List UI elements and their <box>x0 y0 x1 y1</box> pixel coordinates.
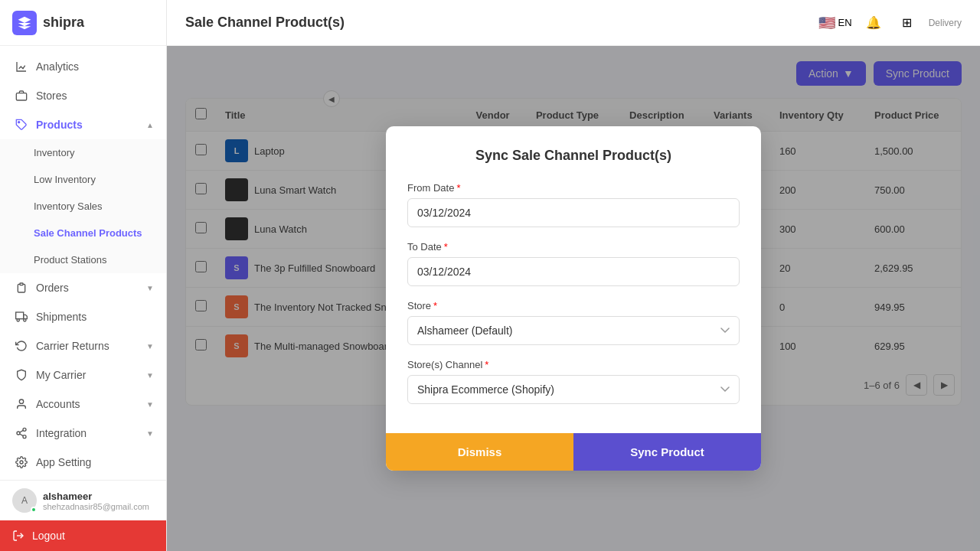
store-group: Store * Alshameer (Default) <box>407 300 740 345</box>
svg-point-8 <box>17 432 20 435</box>
sidebar-item-carrier-returns[interactable]: Carrier Returns ▼ <box>0 331 166 360</box>
sidebar-item-my-carrier[interactable]: My Carrier ▼ <box>0 360 166 390</box>
sidebar-item-analytics-label: Analytics <box>36 60 154 73</box>
svg-point-9 <box>23 435 26 439</box>
sidebar-item-app-setting-label: App Setting <box>36 456 154 468</box>
notifications-button[interactable]: 🔔 <box>861 11 886 35</box>
store-select[interactable]: Alshameer (Default) <box>407 316 740 345</box>
sidebar-item-orders-label: Orders <box>36 282 139 294</box>
app-setting-icon <box>15 455 28 469</box>
shipments-icon <box>15 310 28 324</box>
to-date-group: To Date * <box>407 241 740 286</box>
analytics-icon <box>15 60 28 73</box>
sidebar-item-low-inventory-label: Low Inventory <box>34 174 154 185</box>
dismiss-button[interactable]: Dismiss <box>386 433 573 471</box>
sidebar-item-stores-label: Stores <box>36 90 154 102</box>
sidebar-item-sale-channel-products-label: Sale Channel Products <box>34 227 154 239</box>
sidebar-item-inventory-label: Inventory <box>34 147 154 158</box>
topbar: Sale Channel Product(s) 🇺🇸 EN 🔔 ⊞ Delive… <box>167 0 980 46</box>
user-info: alshameer shehzadnasir85@gmail.com <box>43 491 154 511</box>
modal-overlay: Sync Sale Channel Product(s) From Date *… <box>167 46 980 551</box>
main-content: Sale Channel Product(s) 🇺🇸 EN 🔔 ⊞ Delive… <box>167 0 980 551</box>
sidebar-item-carrier-returns-label: Carrier Returns <box>36 340 139 352</box>
my-carrier-icon <box>15 368 28 382</box>
sidebar-item-products[interactable]: Products ▲ <box>0 110 166 139</box>
svg-point-6 <box>19 399 23 403</box>
topbar-actions: 🇺🇸 EN 🔔 ⊞ Delivery <box>818 11 962 35</box>
from-date-group: From Date * <box>407 182 740 227</box>
sidebar-item-accounts[interactable]: Accounts ▼ <box>0 390 166 419</box>
page-title: Sale Channel Product(s) <box>185 15 345 31</box>
integration-icon <box>15 426 28 440</box>
sidebar-item-products-label: Products <box>36 119 139 131</box>
sidebar-item-sale-channel-products[interactable]: Sale Channel Products <box>0 220 166 246</box>
content-area: ◀ Action ▼ Sync Product Title Vendor Pro… <box>167 46 980 551</box>
logo-icon <box>12 11 37 35</box>
chevron-down-icon-5: ▼ <box>146 429 154 438</box>
logout-button[interactable]: Logout <box>0 520 166 551</box>
sidebar-item-integration-label: Integration <box>36 427 139 439</box>
modal-title: Sync Sale Channel Product(s) <box>407 148 740 164</box>
dismiss-button-label: Dismiss <box>458 445 502 458</box>
from-date-required: * <box>456 182 460 194</box>
flag-icon: 🇺🇸 <box>818 15 835 31</box>
svg-rect-3 <box>16 312 24 319</box>
logout-label: Logout <box>32 530 65 542</box>
grid-view-button[interactable]: ⊞ <box>895 11 920 35</box>
modal-sync-button[interactable]: Sync Product <box>573 433 761 471</box>
sidebar: shipra Analytics Stores Products ▲ <box>0 0 167 551</box>
sidebar-item-inventory-sales[interactable]: Inventory Sales <box>0 193 166 220</box>
sync-modal: Sync Sale Channel Product(s) From Date *… <box>386 126 761 471</box>
sidebar-item-low-inventory[interactable]: Low Inventory <box>0 166 166 193</box>
chevron-down-icon-3: ▼ <box>146 371 154 380</box>
carrier-returns-icon <box>15 339 28 353</box>
sidebar-item-orders[interactable]: Orders ▼ <box>0 273 166 302</box>
modal-sync-button-label: Sync Product <box>630 445 704 458</box>
svg-point-1 <box>18 122 20 123</box>
svg-rect-2 <box>20 283 23 285</box>
modal-footer: Dismiss Sync Product <box>386 433 761 471</box>
user-email: shehzadnasir85@gmail.com <box>43 502 154 511</box>
sidebar-item-app-setting[interactable]: App Setting <box>0 448 166 477</box>
svg-rect-0 <box>16 93 26 100</box>
sidebar-item-shipments-label: Shipments <box>36 311 154 323</box>
language-selector[interactable]: 🇺🇸 EN <box>818 15 852 31</box>
sidebar-item-integration[interactable]: Integration ▼ <box>0 419 166 448</box>
products-submenu: Inventory Low Inventory Inventory Sales … <box>0 139 166 273</box>
online-indicator <box>31 507 37 513</box>
sidebar-item-my-carrier-label: My Carrier <box>36 369 139 381</box>
sidebar-item-product-stations[interactable]: Product Stations <box>0 246 166 273</box>
sidebar-item-analytics[interactable]: Analytics <box>0 52 166 81</box>
extra-label: Delivery <box>929 18 962 28</box>
channel-select[interactable]: Shipra Ecommerce (Shopify) <box>407 375 740 404</box>
sidebar-item-inventory[interactable]: Inventory <box>0 139 166 166</box>
svg-point-5 <box>24 319 26 321</box>
to-date-label: To Date * <box>407 241 740 253</box>
modal-body: Sync Sale Channel Product(s) From Date *… <box>386 126 761 433</box>
language-label: EN <box>838 17 852 28</box>
sidebar-nav: Analytics Stores Products ▲ Inventory Lo… <box>0 46 166 480</box>
orders-icon <box>15 281 28 295</box>
accounts-icon <box>15 397 28 411</box>
avatar: A <box>12 488 37 513</box>
sidebar-item-accounts-label: Accounts <box>36 398 139 410</box>
sidebar-item-inventory-sales-label: Inventory Sales <box>34 201 154 212</box>
sidebar-item-shipments[interactable]: Shipments <box>0 302 166 331</box>
logo: shipra <box>0 0 166 46</box>
stores-icon <box>15 89 28 103</box>
sidebar-item-product-stations-label: Product Stations <box>34 254 154 266</box>
svg-point-10 <box>20 461 23 464</box>
channel-required: * <box>485 359 488 370</box>
logout-icon <box>12 530 24 542</box>
channel-group: Store(s) Channel * Shipra Ecommerce (Sho… <box>407 359 740 404</box>
from-date-input[interactable] <box>407 198 740 227</box>
products-icon <box>15 118 28 132</box>
chevron-down-icon-2: ▼ <box>146 342 154 350</box>
to-date-input[interactable] <box>407 257 740 286</box>
sidebar-item-stores[interactable]: Stores <box>0 81 166 110</box>
to-date-required: * <box>444 241 448 253</box>
chevron-down-icon: ▼ <box>146 284 154 292</box>
svg-point-4 <box>17 319 19 321</box>
logo-text: shipra <box>43 15 84 31</box>
store-label: Store * <box>407 300 740 311</box>
